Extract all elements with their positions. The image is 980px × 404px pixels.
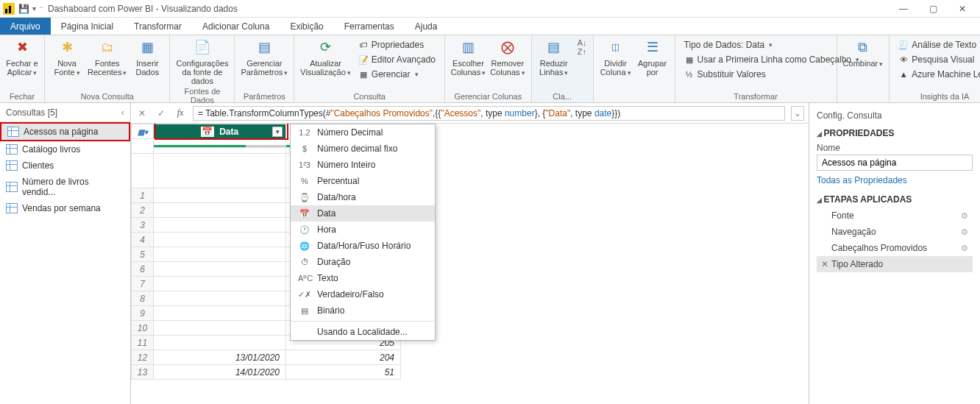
close-apply-button[interactable]: ✖Fechar e Aplicar [6, 38, 38, 77]
row-number[interactable]: 2 [132, 203, 154, 218]
delete-step-icon[interactable]: ✕ [821, 259, 828, 269]
group-by-button[interactable]: ☰Agrupar por [636, 38, 669, 77]
manage-params-button[interactable]: ▤Gerenciar Parâmetros [241, 38, 288, 77]
row-number[interactable]: 4 [132, 233, 154, 247]
row-number[interactable]: 12 [132, 350, 154, 365]
data-type-dropdown[interactable]: Tipo de Dados: Data▾ [681, 38, 862, 52]
combine-button[interactable]: ⧉Combinar [843, 38, 884, 68]
gear-icon[interactable]: ⚙ [961, 244, 968, 253]
type-menu-item[interactable]: 🌐Data/Hora/Fuso Horário [291, 238, 435, 254]
row-number[interactable]: 1 [132, 188, 154, 203]
cell-date[interactable] [154, 277, 286, 291]
row-number[interactable]: 7 [132, 277, 154, 291]
row-number[interactable]: 13 [132, 365, 154, 380]
cell-date[interactable]: 14/01/2020 [154, 365, 286, 380]
cell-acessos[interactable]: 204 [286, 350, 401, 365]
enter-data-button[interactable]: ▦Inserir Dados [131, 38, 163, 77]
row-number[interactable]: 6 [132, 262, 154, 277]
row-number[interactable]: 10 [132, 321, 154, 336]
type-menu-item[interactable]: 1.2Número Decimal [291, 124, 435, 141]
choose-columns-button[interactable]: ▥Escolher Colunas [451, 38, 486, 77]
applied-step[interactable]: Fonte⚙ [817, 208, 973, 224]
cell-date[interactable] [154, 262, 286, 277]
query-item-livros-vendidos[interactable]: Número de livros vendid... [0, 174, 130, 200]
save-icon[interactable]: 💾 [18, 3, 29, 15]
type-menu-item[interactable]: 🕐Hora [291, 222, 435, 238]
tab-pagina-inicial[interactable]: Página Inicial [51, 18, 124, 35]
fx-icon[interactable]: fx [174, 107, 187, 120]
all-properties-link[interactable]: Todas as Propriedades [817, 171, 973, 190]
tab-ajuda[interactable]: Ajuda [405, 18, 448, 35]
query-item-catalogo[interactable]: Catálogo livros [0, 141, 130, 157]
cell-acessos[interactable]: 51 [286, 365, 401, 380]
cancel-formula-icon[interactable]: ✕ [135, 107, 149, 120]
date-type-icon[interactable]: 📅 [201, 127, 214, 137]
gear-icon[interactable]: ⚙ [961, 227, 968, 237]
properties-button[interactable]: 🏷Propriedades [355, 38, 438, 52]
type-menu-item[interactable]: Usando a Localidade... [291, 324, 435, 340]
tab-adicionar-coluna[interactable]: Adicionar Coluna [192, 18, 280, 35]
row-number[interactable]: 3 [132, 218, 154, 233]
query-name-input[interactable] [817, 155, 973, 171]
sort-desc-icon[interactable]: Z↑ [578, 47, 587, 56]
row-number[interactable]: 9 [132, 306, 154, 321]
azure-ml-button[interactable]: ▲Azure Machine Lear [895, 68, 980, 81]
cell-date[interactable]: 13/01/2020 [154, 350, 286, 365]
maximize-button[interactable]: ▢ [926, 4, 940, 14]
close-button[interactable]: ✕ [955, 4, 970, 14]
accept-formula-icon[interactable]: ✓ [155, 107, 168, 120]
grid-corner[interactable]: ▦▾ [132, 124, 154, 139]
sort-asc-icon[interactable]: A↓ [578, 38, 587, 47]
cell-date[interactable] [154, 247, 286, 262]
type-menu-item[interactable]: ⏱Duração [291, 254, 435, 270]
gear-icon[interactable]: ⚙ [961, 211, 968, 221]
type-menu-item[interactable]: ⌚Data/hora [291, 189, 435, 205]
type-menu-item[interactable]: $Número decimal fixo [291, 141, 435, 157]
cell-date[interactable] [154, 336, 286, 350]
type-menu-item[interactable]: 1²3Número Inteiro [291, 157, 435, 173]
type-menu-item[interactable]: ✓✗Verdadeiro/Falso [291, 286, 435, 302]
applied-step[interactable]: Navegação⚙ [817, 224, 973, 240]
type-menu-item[interactable]: %Percentual [291, 173, 435, 189]
replace-values-button[interactable]: ½Substituir Valores [681, 68, 862, 81]
recent-sources-button[interactable]: 🗂Fontes Recentes [88, 38, 127, 77]
query-item-clientes[interactable]: Clientes [0, 157, 130, 174]
vision-button[interactable]: 👁Pesquisa Visual [895, 53, 980, 66]
data-source-settings-button[interactable]: 📄Configurações da fonte de dados [176, 38, 228, 85]
advanced-editor-button[interactable]: 📝Editor Avançado [355, 53, 438, 66]
query-item-vendas-semana[interactable]: Vendas por semana [0, 200, 130, 216]
type-menu-item[interactable]: 📅Data [291, 205, 435, 222]
qat-dropdown-icon[interactable]: ▾ [32, 4, 36, 13]
tab-transformar[interactable]: Transformar [124, 18, 192, 35]
first-row-header-button[interactable]: ▦Usar a Primeira Linha como Cabeçalho▾ [681, 53, 862, 66]
formula-expand-icon[interactable]: ⌄ [791, 106, 804, 121]
text-analytics-button[interactable]: 🧾Análise de Texto [895, 38, 980, 52]
split-column-button[interactable]: ⎅Dividir Coluna [600, 38, 632, 77]
cell-date[interactable] [154, 321, 286, 336]
row-number[interactable]: 11 [132, 336, 154, 350]
row-number[interactable]: 8 [132, 291, 154, 306]
cell-date[interactable] [154, 188, 286, 203]
new-source-button[interactable]: ✱Nova Fonte [51, 38, 83, 77]
refresh-preview-button[interactable]: ⟳Atualizar Visualização [300, 38, 351, 77]
applied-step[interactable]: ✕Tipo Alterado [817, 256, 973, 272]
cell-date[interactable] [154, 306, 286, 321]
cell-date[interactable] [154, 233, 286, 247]
cell-date[interactable] [154, 218, 286, 233]
query-item-acessos[interactable]: Acessos na página [0, 122, 130, 141]
manage-query-button[interactable]: ▦Gerenciar▾ [355, 68, 438, 81]
cell-date[interactable] [154, 291, 286, 306]
formula-input[interactable]: = Table.TransformColumnTypes(#"Cabeçalho… [193, 106, 785, 121]
column-header-data[interactable]: 📅 Data ▾ [154, 124, 286, 139]
minimize-button[interactable]: — [896, 4, 911, 14]
tab-arquivo[interactable]: Arquivo [0, 18, 51, 35]
cell-date[interactable] [154, 203, 286, 218]
reduce-rows-button[interactable]: ▤Reduzir Linhas [538, 38, 570, 77]
tab-exibicao[interactable]: Exibição [280, 18, 333, 35]
type-menu-item[interactable]: ▤Binário [291, 302, 435, 319]
row-number[interactable]: 5 [132, 247, 154, 262]
applied-step[interactable]: Cabeçalhos Promovidos⚙ [817, 240, 973, 256]
column-filter-dropdown[interactable]: ▾ [272, 127, 283, 137]
collapse-queries-icon[interactable]: ‹ [121, 107, 124, 118]
tab-ferramentas[interactable]: Ferramentas [334, 18, 405, 35]
